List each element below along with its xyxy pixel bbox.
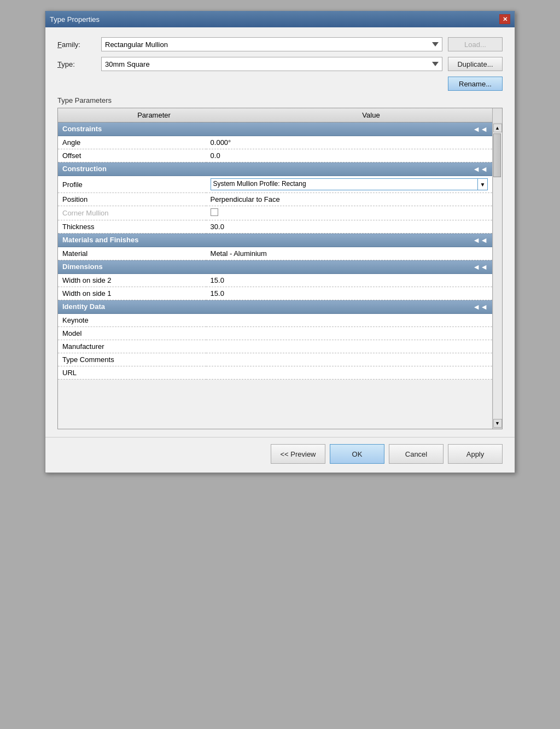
family-label: Family: <box>57 40 101 49</box>
value-cell-text <box>206 327 492 340</box>
scroll-track <box>493 132 502 419</box>
table-row: Keynote <box>58 314 492 327</box>
value-cell-text: 15.0 <box>206 274 492 287</box>
param-name: Angle <box>58 136 206 149</box>
duplicate-btn-container: Duplicate... <box>448 57 503 71</box>
params-table-container: Parameter Value Constraints <box>57 108 503 429</box>
load-btn-container: Load... <box>448 37 503 51</box>
group-name: Identity Data ◄◄ <box>58 300 492 314</box>
param-name: Corner Mullion <box>58 206 206 220</box>
param-name: Material <box>58 247 206 260</box>
value-cell-text <box>206 340 492 353</box>
scroll-down-arrow[interactable]: ▼ <box>493 419 502 428</box>
dialog-body: Family: Rectangular Mullion Load... Type… <box>45 27 515 437</box>
collapse-icon[interactable]: ◄◄ <box>472 125 488 133</box>
apply-button[interactable]: Apply <box>448 444 503 464</box>
duplicate-button[interactable]: Duplicate... <box>448 57 503 71</box>
table-header: Parameter Value <box>58 108 502 123</box>
family-row: Family: Rectangular Mullion Load... <box>57 37 503 51</box>
value-cell-text: Perpendicular to Face <box>206 193 492 206</box>
table-row: Type Comments <box>58 353 492 366</box>
section-label: Type Parameters <box>57 96 503 104</box>
param-name: Model <box>58 327 206 340</box>
param-name: Width on side 2 <box>58 274 206 287</box>
value-cell-text: 30.0 <box>206 220 492 234</box>
group-row: Constraints ◄◄ <box>58 123 492 136</box>
checkbox-input[interactable] <box>211 208 218 216</box>
group-row: Dimensions ◄◄ <box>58 260 492 274</box>
table-row: Width on side 2 15.0 <box>58 274 492 287</box>
value-cell-text <box>206 353 492 366</box>
scroll-thumb[interactable] <box>493 133 501 177</box>
table-row: Position Perpendicular to Face <box>58 193 492 206</box>
value-cell-dropdown: System Mullion Profile: Rectang ▼ <box>206 176 492 193</box>
param-name: Offset <box>58 149 206 162</box>
table-row: Profile System Mullion Profile: Rectang … <box>58 176 492 193</box>
rename-button[interactable]: Rename... <box>448 77 503 91</box>
close-button[interactable]: ✕ <box>499 14 510 24</box>
cancel-button[interactable]: Cancel <box>389 444 444 464</box>
family-control: Rectangular Mullion <box>101 37 442 51</box>
value-col-header: Value <box>250 108 492 123</box>
group-row: Construction ◄◄ <box>58 162 492 176</box>
collapse-icon[interactable]: ◄◄ <box>472 236 488 244</box>
param-name: Width on side 1 <box>58 287 206 300</box>
value-cell-text: 0.0 <box>206 149 492 162</box>
dialog-title: Type Properties <box>50 15 100 24</box>
collapse-icon[interactable]: ◄◄ <box>472 165 488 173</box>
footer-buttons: << Preview OK Cancel Apply <box>45 437 515 473</box>
table-row: Offset 0.0 <box>58 149 492 162</box>
collapse-icon[interactable]: ◄◄ <box>472 263 488 271</box>
group-name: Construction ◄◄ <box>58 162 492 176</box>
group-name: Materials and Finishes ◄◄ <box>58 234 492 247</box>
params-table: Parameter Value <box>58 108 492 123</box>
value-cell-text: Metal - Aluminium <box>206 247 492 260</box>
param-name: Position <box>58 193 206 206</box>
group-row: Identity Data ◄◄ <box>58 300 492 314</box>
preview-button[interactable]: << Preview <box>271 444 325 464</box>
value-cell-text <box>206 314 492 327</box>
param-name: Type Comments <box>58 353 206 366</box>
table-scroll-area: Constraints ◄◄ Angle 0.000° Offset 0.0 C… <box>58 123 502 429</box>
type-properties-dialog: Type Properties ✕ Family: Rectangular Mu… <box>45 11 515 473</box>
value-cell-text: 15.0 <box>206 287 492 300</box>
scroll-up-arrow[interactable]: ▲ <box>493 124 502 132</box>
group-name: Dimensions ◄◄ <box>58 260 492 274</box>
param-name: Profile <box>58 176 206 193</box>
value-cell-text <box>206 366 492 380</box>
param-name: Keynote <box>58 314 206 327</box>
type-row: Type: 30mm Square Duplicate... <box>57 57 503 71</box>
params-data-table: Constraints ◄◄ Angle 0.000° Offset 0.0 C… <box>58 123 492 380</box>
table-header-row: Parameter Value <box>58 108 492 123</box>
value-cell-text: 0.000° <box>206 136 492 149</box>
type-dropdown[interactable]: 30mm Square <box>101 57 442 71</box>
collapse-icon[interactable]: ◄◄ <box>472 302 488 311</box>
rename-row: Rename... <box>57 77 503 91</box>
param-name: URL <box>58 366 206 380</box>
profile-dropdown-btn[interactable]: ▼ <box>478 178 488 190</box>
table-row: URL <box>58 366 492 380</box>
group-row: Materials and Finishes ◄◄ <box>58 234 492 247</box>
title-bar: Type Properties ✕ <box>45 11 515 27</box>
scrollbar[interactable]: ▲ ▼ <box>492 123 502 429</box>
table-row: Thickness 30.0 <box>58 220 492 234</box>
type-label: Type: <box>57 60 101 68</box>
table-row: Manufacturer <box>58 340 492 353</box>
group-name: Constraints ◄◄ <box>58 123 492 136</box>
table-row: Corner Mullion <box>58 206 492 220</box>
value-cell-checkbox <box>206 206 492 220</box>
param-name: Thickness <box>58 220 206 234</box>
table-row: Model <box>58 327 492 340</box>
ok-button[interactable]: OK <box>330 444 384 464</box>
table-row: Angle 0.000° <box>58 136 492 149</box>
family-dropdown[interactable]: Rectangular Mullion <box>101 37 442 51</box>
profile-select-display: System Mullion Profile: Rectang <box>211 178 478 190</box>
table-row: Material Metal - Aluminium <box>58 247 492 260</box>
param-name: Manufacturer <box>58 340 206 353</box>
param-col-header: Parameter <box>58 108 250 123</box>
table-row: Width on side 1 15.0 <box>58 287 492 300</box>
type-control: 30mm Square <box>101 57 442 71</box>
load-button[interactable]: Load... <box>448 37 503 51</box>
